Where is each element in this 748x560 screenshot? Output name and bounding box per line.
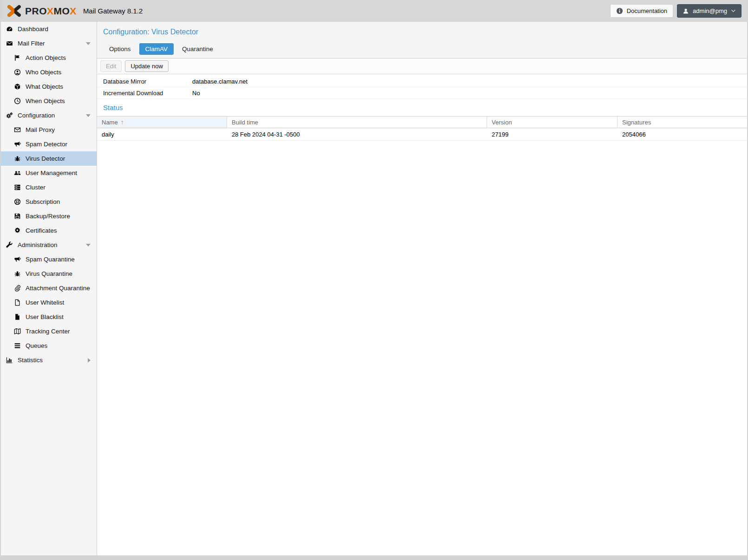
table-cell-build-time: 28 Feb 2024 04-31 -0500	[227, 128, 487, 140]
sidebar-item-label: Subscription	[26, 198, 60, 205]
app-title: Mail Gateway 8.1.2	[83, 7, 143, 15]
sidebar-item-certificates[interactable]: Certificates	[1, 223, 97, 238]
logo-segment: X	[70, 6, 77, 16]
file-outline-icon	[13, 299, 21, 306]
sidebar-item-what-objects[interactable]: What Objects	[1, 79, 97, 94]
property-row-database-mirror[interactable]: Database Mirrordatabase.clamav.net	[97, 76, 747, 87]
app-window: PROXMOX Mail Gateway 8.1.2 Documentation…	[0, 0, 748, 560]
bullhorn-icon	[13, 256, 21, 263]
sidebar-item-label: Action Objects	[26, 54, 66, 61]
table-cell-name: daily	[97, 128, 227, 140]
column-header-name[interactable]: Name↑	[97, 117, 227, 128]
sidebar-item-label: Virus Detector	[26, 155, 65, 162]
column-header-build-time[interactable]: Build time	[227, 117, 487, 128]
property-label: Incremental Download	[103, 90, 192, 97]
sidebar-item-when-objects[interactable]: When Objects	[1, 94, 97, 108]
server-icon	[13, 184, 21, 191]
caret-down-icon	[86, 114, 91, 117]
sidebar-item-cluster[interactable]: Cluster	[1, 180, 97, 195]
proxmox-logo: PROXMOX	[7, 5, 77, 17]
table-body: daily28 Feb 2024 04-31 -0500271992054066	[97, 128, 747, 141]
property-row-incremental-download[interactable]: Incremental DownloadNo	[97, 87, 747, 99]
sidebar-item-label: Configuration	[18, 112, 55, 119]
logo-segment: PRO	[25, 6, 47, 16]
sidebar-item-user-whitelist[interactable]: User Whitelist	[1, 295, 97, 310]
file-solid-icon	[13, 313, 21, 321]
column-header-signatures[interactable]: Signatures	[618, 117, 747, 128]
tab-quarantine[interactable]: Quarantine	[176, 43, 219, 55]
sidebar-item-dashboard[interactable]: Dashboard	[1, 22, 97, 36]
edit-button[interactable]: Edit	[100, 60, 122, 72]
documentation-button[interactable]: Documentation	[610, 4, 673, 18]
sidebar-item-attachment-quarantine[interactable]: Attachment Quarantine	[1, 281, 97, 295]
sidebar-item-label: User Whitelist	[26, 299, 64, 306]
sidebar-item-user-management[interactable]: User Management	[1, 166, 97, 180]
bars-icon	[13, 342, 21, 350]
sidebar-item-virus-quarantine[interactable]: Virus Quarantine	[1, 267, 97, 281]
sidebar-item-mail-filter[interactable]: Mail Filter	[1, 36, 97, 51]
documentation-label: Documentation	[627, 7, 667, 14]
column-header-label: Build time	[232, 119, 258, 126]
chevron-down-icon	[731, 9, 736, 13]
sidebar-item-tracking-center[interactable]: Tracking Center	[1, 324, 97, 339]
user-circle-icon	[13, 69, 21, 76]
status-heading: Status	[97, 99, 747, 116]
mail-icon	[6, 40, 13, 47]
sidebar-item-label: User Blacklist	[26, 313, 64, 320]
logo-segment: X	[47, 6, 54, 16]
proxmox-logo-text: PROXMOX	[25, 6, 77, 17]
caret-down-icon	[86, 42, 91, 45]
window-bottom-edge	[1, 555, 747, 560]
sidebar-item-mail-proxy[interactable]: Mail Proxy	[1, 123, 97, 137]
sidebar-item-label: Spam Quarantine	[26, 256, 75, 263]
user-label: admin@pmg	[693, 7, 727, 14]
sidebar-item-label: User Management	[26, 169, 77, 176]
sidebar-item-user-blacklist[interactable]: User Blacklist	[1, 310, 97, 324]
content-header: Configuration: Virus Detector OptionsCla…	[97, 22, 747, 59]
content-panel: Configuration: Virus Detector OptionsCla…	[97, 22, 747, 555]
sidebar-item-label: Administration	[18, 241, 58, 248]
bug-icon	[13, 270, 21, 278]
sidebar: DashboardMail FilterAction ObjectsWho Ob…	[1, 22, 97, 555]
save-icon	[13, 213, 21, 220]
sidebar-item-virus-detector[interactable]: Virus Detector	[1, 151, 97, 166]
sidebar-item-action-objects[interactable]: Action Objects	[1, 51, 97, 65]
bug-icon	[13, 155, 21, 163]
life-ring-icon	[13, 198, 21, 206]
table-row[interactable]: daily28 Feb 2024 04-31 -0500271992054066	[97, 128, 747, 141]
sidebar-item-spam-quarantine[interactable]: Spam Quarantine	[1, 252, 97, 267]
sidebar-item-backup-restore[interactable]: Backup/Restore	[1, 209, 97, 223]
sidebar-item-label: Attachment Quarantine	[26, 285, 90, 292]
column-header-version[interactable]: Version	[487, 117, 618, 128]
user-menu-button[interactable]: admin@pmg	[677, 4, 741, 18]
sidebar-item-label: Backup/Restore	[26, 213, 70, 220]
main-row: DashboardMail FilterAction ObjectsWho Ob…	[1, 22, 747, 555]
gears-icon	[6, 112, 13, 119]
user-icon	[683, 8, 689, 14]
caret-down-icon	[86, 244, 91, 247]
sidebar-item-configuration[interactable]: Configuration	[1, 108, 97, 123]
column-header-label: Name	[102, 119, 118, 126]
sidebar-item-label: When Objects	[26, 98, 65, 104]
toolbar: Edit Update now	[97, 59, 747, 74]
sidebar-item-label: Statistics	[18, 357, 43, 364]
bullhorn-icon	[13, 141, 21, 148]
tab-options[interactable]: Options	[103, 43, 137, 55]
sidebar-item-label: Virus Quarantine	[26, 270, 72, 277]
sidebar-item-administration[interactable]: Administration	[1, 238, 97, 252]
chart-icon	[6, 357, 13, 364]
dashboard-icon	[6, 26, 13, 33]
update-now-button[interactable]: Update now	[125, 60, 168, 72]
sidebar-item-subscription[interactable]: Subscription	[1, 195, 97, 209]
sidebar-item-spam-detector[interactable]: Spam Detector	[1, 137, 97, 151]
sidebar-item-who-objects[interactable]: Who Objects	[1, 65, 97, 79]
sidebar-item-label: Cluster	[26, 184, 46, 191]
envelope-open-icon	[13, 126, 21, 134]
tab-clamav[interactable]: ClamAV	[139, 43, 174, 55]
header-actions: Documentation admin@pmg	[610, 4, 741, 18]
tab-bar: OptionsClamAVQuarantine	[103, 43, 741, 58]
sidebar-item-statistics[interactable]: Statistics	[1, 353, 97, 367]
property-value: No	[192, 90, 200, 97]
sidebar-item-label: Mail Proxy	[26, 126, 55, 133]
sidebar-item-queues[interactable]: Queues	[1, 339, 97, 353]
